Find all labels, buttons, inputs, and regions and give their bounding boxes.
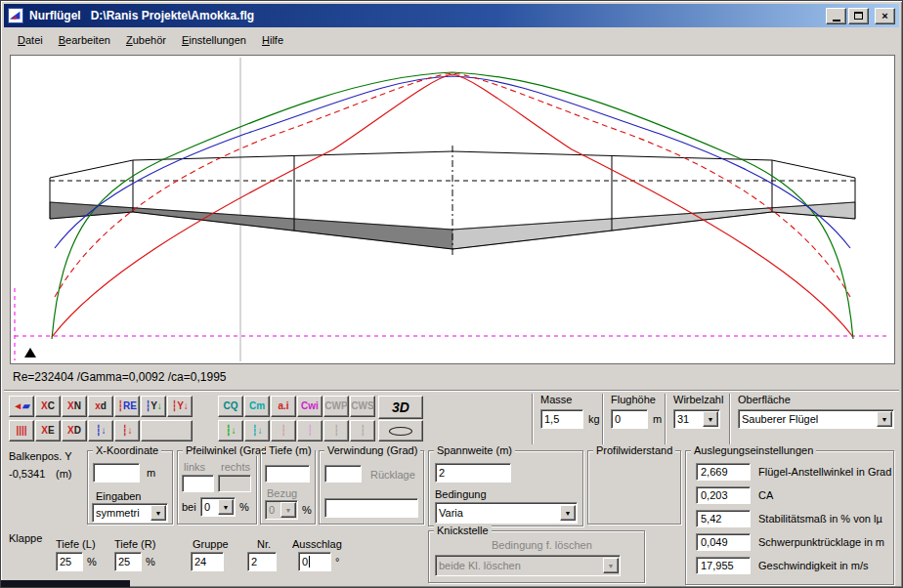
chevron-down-icon: ▼ [280, 502, 296, 518]
pfeilwinkel-links-input[interactable] [182, 475, 214, 492]
xkoordinate-input[interactable] [93, 463, 140, 483]
menu-einstellungen[interactable]: Einstellungen [175, 32, 253, 48]
oberflaeche-select[interactable]: Sauberer Flügel ▼ [738, 409, 894, 429]
airfoil-icon [389, 427, 412, 436]
masse-group: Masse 1,5 kg [532, 394, 602, 444]
wirbelzahl-select[interactable]: 31 ▼ [673, 409, 720, 429]
pfeilwinkel-group: Pfeilwinkel (Grad) links rechts bei 0 ▼ … [177, 450, 257, 525]
masse-input[interactable]: 1,5 [540, 409, 583, 429]
cwp-dist-button[interactable]: ┆ [323, 420, 349, 441]
ausschlag-value: 0 [302, 556, 308, 567]
ai-button[interactable]: a.i [271, 396, 296, 417]
xn-button-label: N [74, 401, 81, 411]
auslegung-group: Auslegungseinstellungen 2,669 Flügel-Ans… [685, 450, 894, 585]
oberflaeche-label: Oberfläche [738, 394, 897, 405]
bedingung-select[interactable]: Varia ▼ [435, 502, 578, 524]
text-caret [309, 556, 310, 567]
xn-button[interactable]: XN [62, 396, 87, 417]
bei-value: 0 [204, 501, 216, 513]
status-line: Re=232404 /Gamma=0,0092 /ca=0,1995 [13, 370, 227, 386]
airfoil-button[interactable] [378, 420, 423, 441]
wirbelzahl-label: Wirbelzahl [673, 394, 729, 405]
eingaben-label: Eingaben [96, 490, 142, 502]
xe-button[interactable]: XE [35, 420, 61, 441]
maximize-button[interactable] [848, 8, 869, 24]
ai-button-label: a.i [278, 401, 288, 411]
wing-view-button[interactable]: ◄▰ [9, 396, 34, 417]
eingaben-select[interactable]: symmetri ▼ [92, 503, 168, 523]
spannweite-input[interactable]: 2 [435, 463, 511, 483]
re-button[interactable]: ┆RE [114, 396, 140, 417]
wirbelzahl-value: 31 [677, 413, 701, 425]
minimize-button[interactable] [826, 8, 846, 24]
cwi-dist-button-label: ┆ [307, 426, 313, 436]
bei-select[interactable]: 0 ▼ [200, 497, 236, 517]
stabilitaet-value: 5,42 [696, 510, 751, 527]
tiefe-r-input[interactable]: 25 [114, 552, 142, 571]
tiefe-input[interactable] [265, 465, 310, 483]
xd2-button[interactable]: XD [62, 420, 87, 441]
gamma-red-button[interactable]: ┆Y↓ [167, 396, 193, 417]
spannweite-group: Spannweite (m) 2 Bedingung Varia ▼ [428, 450, 583, 526]
flughoehe-input[interactable]: 0 [611, 409, 648, 429]
cwp-button[interactable]: CWP [323, 396, 349, 417]
xe-button-label: E [48, 426, 55, 436]
cq-button[interactable]: CQ [218, 396, 243, 417]
menu-zubehoer[interactable]: Zubehör [119, 32, 173, 48]
xd-button[interactable]: xd [88, 396, 113, 417]
ca-label: CA [758, 489, 773, 501]
chevron-down-icon[interactable]: ▼ [150, 505, 166, 521]
red-dist-button[interactable]: ┆↓ [114, 420, 140, 441]
chevron-down-icon[interactable]: ▼ [703, 411, 718, 427]
verwindung-input[interactable] [324, 465, 362, 483]
xd2-button-label: X [67, 426, 74, 436]
chevron-down-icon[interactable]: ▼ [560, 505, 576, 521]
profilwiderstand-group: Profilwiderstand [587, 450, 681, 525]
title-bar[interactable]: Nurflügel D:\Ranis Projekte\Amokka.flg × [4, 4, 899, 27]
nr-input[interactable]: 2 [247, 552, 277, 571]
xc-button[interactable]: XC [35, 396, 61, 417]
planform-canvas[interactable] [10, 55, 895, 364]
blank-button[interactable] [141, 420, 193, 441]
ruecklage-input[interactable] [324, 498, 418, 518]
tiefe-title: Tiefe (m) [266, 444, 315, 456]
view-3d-button[interactable]: 3D [378, 396, 423, 419]
bedingung-label: Bedingung [435, 488, 487, 500]
gamma-green-button[interactable]: ┆Y↓ [141, 396, 166, 417]
profile-lines-button-label: |||| [16, 426, 26, 436]
red-dist-button-label: ┆ [121, 426, 127, 436]
cws-dist-button[interactable]: ┆ [350, 420, 375, 441]
chevron-down-icon[interactable]: ▼ [877, 411, 892, 427]
knickstelle-select: beide Kl. löschen ▼ [435, 555, 621, 576]
menu-datei[interactable]: Datei [11, 32, 50, 48]
cm-button-label: Cm [249, 401, 265, 411]
flughoehe-group: Flughöhe 0 m [602, 394, 665, 444]
cwi-button[interactable]: Cwi [297, 396, 322, 417]
cm-button[interactable]: Cm [244, 396, 270, 417]
schwerpunkt-value: 0,049 [696, 533, 751, 551]
view-3d-button-label: 3D [392, 400, 409, 414]
flughoehe-unit: m [653, 413, 662, 425]
ausschlag-input[interactable]: 0 [298, 552, 331, 571]
ai-dist-button[interactable]: ┆ [271, 420, 296, 441]
verwindung-group: Verwindung (Grad) Rücklage [319, 450, 424, 525]
xd-button-label: d [101, 401, 107, 411]
bezug-percent: % [302, 504, 312, 516]
cws-button[interactable]: CWS [350, 396, 375, 417]
knickstelle-group: Knickstelle Bedingung f. löschen beide K… [428, 530, 645, 583]
toolbar-row-1: ◄▰XCXNxd┆RE┆Y↓┆Y↓CQCma.iCwiCWPCWS3D [9, 396, 424, 419]
green-dist-button[interactable]: ┆↓ [218, 420, 243, 441]
close-button[interactable]: × [875, 8, 895, 24]
cwi-dist-button[interactable]: ┆ [297, 420, 322, 441]
blue-dist-button[interactable]: ┆↓ [88, 420, 113, 441]
menu-bearbeiten[interactable]: Bearbeiten [52, 32, 117, 48]
cyan-dist-button[interactable]: ┆↓ [244, 420, 270, 441]
cwp-button-label: CWP [324, 401, 347, 411]
toolbar-spacer [194, 420, 218, 441]
tiefe-l-input[interactable]: 25 [56, 552, 83, 571]
menu-hilfe[interactable]: Hilfe [255, 32, 290, 48]
gruppe-input[interactable]: 24 [191, 552, 224, 571]
red-dist-button-label: ↓ [128, 426, 133, 436]
chevron-down-icon[interactable]: ▼ [218, 499, 234, 515]
profile-lines-button[interactable]: |||| [9, 420, 34, 441]
